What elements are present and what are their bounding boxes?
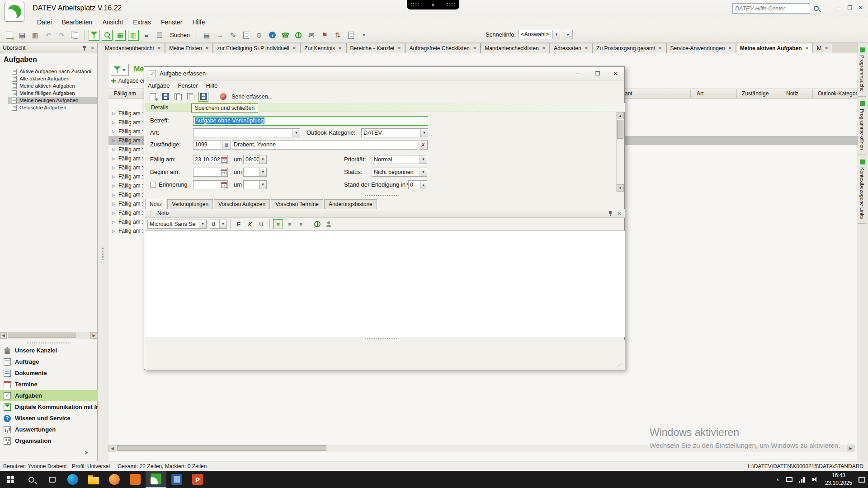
orange-app-button[interactable]: [125, 471, 146, 488]
dialog-tab-änderungshistorie[interactable]: Änderungshistorie: [324, 199, 377, 209]
scroll-left-icon[interactable]: ◀: [108, 445, 116, 452]
expand-icon[interactable]: ▷: [112, 129, 115, 134]
expand-icon[interactable]: ▷: [112, 192, 115, 197]
dialog-maximize-button[interactable]: ❐: [591, 69, 604, 78]
tab-zu-postausgang-gesamt[interactable]: Zu Postausgang gesamt✕: [592, 43, 666, 53]
align-center-button[interactable]: ≡: [284, 219, 294, 229]
calendar-icon[interactable]: [220, 155, 227, 164]
tab-meine-fristen[interactable]: Meine Fristen✕: [165, 43, 213, 53]
dialog-menu-hilfe[interactable]: Hilfe: [206, 82, 218, 89]
search-icon[interactable]: [814, 6, 819, 11]
dialog-tab-verknüpfungen[interactable]: Verknüpfungen: [167, 199, 213, 209]
blue-app-button[interactable]: [166, 471, 187, 488]
tab-close-icon[interactable]: ✕: [157, 46, 161, 51]
column-separator[interactable]: [690, 89, 691, 98]
expand-icon[interactable]: ▷: [112, 183, 115, 188]
stand-spinner[interactable]: 0▲▼: [408, 180, 427, 189]
edit-icon[interactable]: ✎: [227, 30, 238, 41]
zustaendige-lookup-button[interactable]: ▦: [222, 140, 231, 150]
menu-fenster[interactable]: Fenster: [156, 18, 187, 27]
underline-button[interactable]: U: [256, 219, 266, 229]
dialog-title-bar[interactable]: ✓ Aufgabe erfassen – ❐ ✕: [144, 67, 624, 80]
sidebar-horizontal-scrollbar[interactable]: ◀ ▶: [0, 332, 97, 339]
dialog-menu-fenster[interactable]: Fenster: [178, 82, 198, 89]
hyperlink-globe-icon[interactable]: [312, 219, 322, 229]
table-view-icon[interactable]: ▥: [128, 30, 139, 41]
section-splitter[interactable]: [365, 195, 397, 196]
save-and-close-icon[interactable]: [198, 92, 208, 102]
column-notiz[interactable]: Notiz: [786, 90, 798, 97]
faellig-date-input[interactable]: 23.10.2025: [193, 155, 228, 164]
column-zustaendige[interactable]: Zuständige: [742, 90, 769, 97]
expand-icon[interactable]: ▷: [112, 202, 115, 206]
info-icon[interactable]: i: [267, 30, 278, 41]
panel-splitter[interactable]: [98, 53, 108, 461]
erinnerung-time-select[interactable]: ▼: [243, 180, 267, 189]
dialog-menu-aufgabe[interactable]: Aufgabe: [148, 82, 170, 89]
menu-datei[interactable]: Datei: [33, 18, 57, 27]
dialog-close-button[interactable]: ✕: [609, 69, 623, 78]
sidebar-item-termine[interactable]: Termine: [0, 379, 98, 390]
tab-close-icon[interactable]: ✕: [205, 46, 209, 51]
chevron-down-icon[interactable]: ▼: [199, 220, 206, 228]
right-strip-tab-programmsuche[interactable]: Programmsuche: [858, 43, 866, 97]
right-strip-tab-kontextbezogene-links[interactable]: Kontextbezogene Links: [858, 155, 866, 224]
redo-icon[interactable]: ↷: [56, 30, 67, 41]
column-separator[interactable]: [736, 89, 737, 98]
tree-item-alle-aktiven-aufgaben[interactable]: Alle aktiven Aufgaben: [8, 75, 97, 82]
betreff-input[interactable]: Aufgabe ohne Verknüpfung: [193, 116, 428, 126]
remove-assignee-button[interactable]: ✗: [419, 140, 428, 150]
speaker-icon[interactable]: [812, 476, 819, 483]
tab-zur-erledigung-s-p-individuell[interactable]: zur Erledigung S+P individuell✕: [213, 43, 300, 53]
pc-status-icon[interactable]: [786, 477, 793, 482]
print-preview-icon[interactable]: ▥: [30, 30, 41, 41]
copy-icon[interactable]: [69, 30, 80, 41]
web-icon[interactable]: [293, 30, 304, 41]
chevron-down-icon[interactable]: ▼: [420, 155, 427, 164]
scrollbar-track[interactable]: [7, 332, 90, 339]
resize-grip[interactable]: ⋰: [617, 361, 623, 368]
bold-button[interactable]: F: [234, 219, 244, 229]
column-separator[interactable]: [781, 89, 781, 98]
erinnerung-date-input[interactable]: [193, 180, 228, 189]
tree-item-aktive-aufgaben-nach-zuständi[interactable]: Aktive Aufgaben nach Zuständi...: [8, 68, 97, 75]
sidebar-item-unsere-kanzlei[interactable]: Unsere Kanzlei: [0, 345, 98, 356]
tab-mandantenchecklisten[interactable]: Mandantenchecklisten✕: [481, 43, 550, 53]
calendar-icon[interactable]: [220, 181, 227, 189]
sidebar-configure-chevron[interactable]: »: [85, 449, 88, 455]
chevron-down-icon[interactable]: ∨: [431, 3, 434, 7]
notification-center-icon[interactable]: [859, 477, 865, 483]
font-size-select[interactable]: 8▼: [210, 220, 227, 229]
zoom-icon[interactable]: [102, 30, 113, 41]
grid-view-icon[interactable]: ▦: [115, 30, 126, 41]
tray-chevron-icon[interactable]: ∧: [776, 477, 779, 482]
expand-icon[interactable]: ▷: [112, 211, 115, 215]
file-explorer-button[interactable]: [83, 471, 104, 488]
chevron-down-icon[interactable]: ▼: [420, 129, 428, 137]
scrollbar-thumb[interactable]: [117, 445, 326, 451]
status-select[interactable]: Nicht begonnen▼: [372, 168, 427, 177]
sidebar-item-aufgaben[interactable]: Aufgaben: [0, 390, 98, 401]
help-search-box[interactable]: [732, 3, 810, 14]
new-task-icon[interactable]: [4, 30, 14, 41]
align-right-button[interactable]: ≡: [296, 219, 306, 229]
column-outlook-kategorie[interactable]: Outlook-Kategorie: [818, 90, 857, 97]
menu-bearbeiten[interactable]: Bearbeiten: [57, 18, 97, 27]
expand-icon[interactable]: ▷: [112, 174, 115, 179]
art-select[interactable]: ▼: [193, 128, 300, 137]
beginn-time-select[interactable]: ▼: [243, 168, 267, 177]
edge-app-button[interactable]: [62, 471, 83, 488]
expand-icon[interactable]: ▷: [112, 111, 115, 116]
scroll-right-icon[interactable]: ▶: [847, 445, 854, 452]
chevron-down-icon[interactable]: ▼: [292, 129, 300, 137]
undo-icon[interactable]: ↶: [43, 30, 54, 41]
expand-icon[interactable]: ▷: [112, 220, 115, 224]
print-icon[interactable]: ▤: [17, 30, 28, 41]
notiz-textarea[interactable]: [145, 230, 625, 337]
maximize-button[interactable]: ❐: [845, 4, 855, 12]
tab-close-icon[interactable]: ✕: [473, 46, 476, 51]
start-button[interactable]: [0, 471, 21, 488]
network-icon[interactable]: [799, 477, 806, 483]
sidebar-item-dokumente[interactable]: Dokumente: [0, 367, 98, 379]
tab-m[interactable]: M✕: [813, 43, 832, 53]
